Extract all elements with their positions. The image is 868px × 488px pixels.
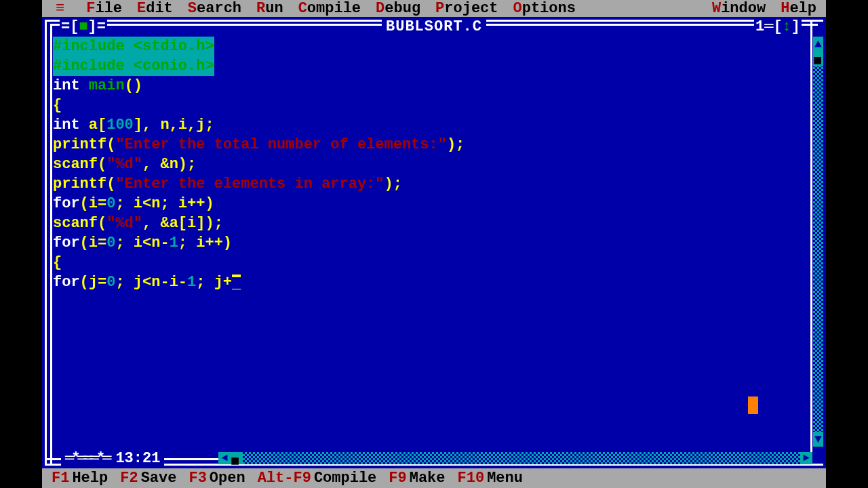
fn-menu[interactable]: F10Menu bbox=[458, 468, 523, 488]
scroll-up-arrow-icon[interactable]: ▲ bbox=[813, 37, 823, 52]
scroll-left-arrow-icon[interactable]: ◄ bbox=[218, 452, 231, 464]
window-title: BUBLSORT.C bbox=[382, 17, 486, 37]
fn-make[interactable]: F9Make bbox=[389, 468, 445, 488]
menu-project[interactable]: Project bbox=[435, 0, 498, 18]
code-line[interactable]: printf("Enter the elements in array:"); bbox=[53, 174, 807, 194]
code-line[interactable]: { bbox=[53, 96, 807, 115]
scroll-right-arrow-icon[interactable]: ► bbox=[800, 452, 812, 464]
zoom-box-icon[interactable]: ═[↕] bbox=[764, 18, 800, 35]
code-line[interactable]: #include <stdio.h> bbox=[53, 37, 807, 56]
code-line[interactable]: int a[100], n,i,j; bbox=[53, 115, 807, 135]
modified-indicator-icon: ═*═══*═ bbox=[65, 449, 108, 468]
code-line[interactable]: scanf("%d", &a[i]); bbox=[53, 214, 807, 233]
fn-compile[interactable]: Alt-F9Compile bbox=[258, 468, 377, 488]
close-box-icon[interactable]: =[■]= bbox=[60, 17, 107, 37]
function-key-bar: F1Help F2Save F3Open Alt-F9Compile F9Mak… bbox=[42, 468, 826, 488]
fn-save[interactable]: F2Save bbox=[120, 468, 176, 488]
menu-search[interactable]: Search bbox=[188, 0, 241, 18]
horizontal-scroll-thumb[interactable]: ■ bbox=[231, 452, 243, 464]
menu-help[interactable]: Help bbox=[781, 0, 816, 18]
editor-window: =[■]= BUBLSORT.C 1═[↕] #include <stdio.h… bbox=[42, 17, 826, 468]
menu-compile[interactable]: Compile bbox=[298, 0, 361, 18]
ide-screen: ≡ File Edit Search Run Compile Debug Pro… bbox=[42, 0, 826, 488]
code-line[interactable]: for(i=0; i<n-1; i++) bbox=[53, 233, 807, 253]
fn-open[interactable]: F3Open bbox=[189, 468, 245, 488]
code-area[interactable]: #include <stdio.h>#include <conio.h>int … bbox=[53, 37, 807, 447]
code-line[interactable]: for(j=0; j<n-i-1; j+_ bbox=[53, 272, 807, 292]
system-menu-icon[interactable]: ≡ bbox=[56, 0, 64, 18]
code-line[interactable]: for(i=0; i<n; i++) bbox=[53, 194, 807, 214]
mouse-cursor-icon bbox=[748, 396, 758, 414]
code-line[interactable]: int main() bbox=[53, 76, 807, 96]
status-bar: ═*═══*═ 13:21 bbox=[61, 449, 164, 468]
menu-edit[interactable]: Edit bbox=[137, 0, 173, 18]
code-line[interactable]: #include <conio.h> bbox=[53, 56, 807, 76]
horizontal-scrollbar[interactable]: ◄ ■ ► bbox=[218, 452, 812, 464]
cursor-position: 13:21 bbox=[115, 449, 160, 468]
window-number: 1 bbox=[755, 18, 764, 35]
menu-window[interactable]: Window bbox=[712, 0, 766, 18]
menu-bar: ≡ File Edit Search Run Compile Debug Pro… bbox=[42, 0, 826, 16]
vertical-scroll-thumb[interactable]: ■ bbox=[813, 52, 823, 66]
menu-run[interactable]: Run bbox=[256, 0, 283, 18]
menu-options[interactable]: Options bbox=[513, 0, 576, 18]
scroll-down-arrow-icon[interactable]: ▼ bbox=[813, 432, 823, 447]
vertical-scrollbar[interactable]: ▲ ■ ▼ bbox=[813, 37, 823, 447]
fn-help[interactable]: F1Help bbox=[52, 468, 108, 488]
menu-file[interactable]: File bbox=[86, 0, 122, 18]
code-line[interactable]: { bbox=[53, 253, 807, 272]
menu-debug[interactable]: Debug bbox=[376, 0, 420, 18]
code-line[interactable]: scanf("%d", &n); bbox=[53, 155, 807, 174]
title-bar: =[■]= BUBLSORT.C 1═[↕] bbox=[42, 17, 826, 37]
code-line[interactable]: printf("Enter the total number of elemen… bbox=[53, 135, 807, 155]
